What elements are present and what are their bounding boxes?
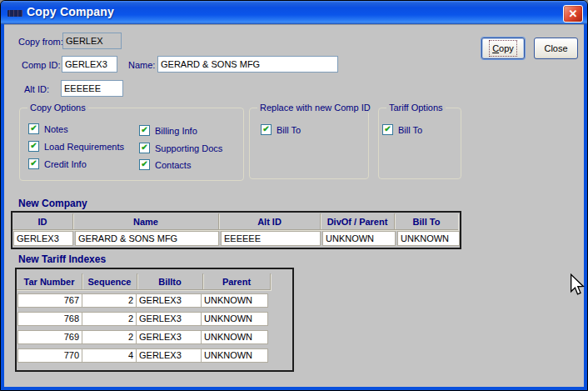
name-field[interactable] (157, 56, 338, 73)
cell-parent[interactable]: UNKNOWN (201, 293, 268, 308)
new-company-heading: New Company (18, 198, 87, 209)
cell-divof-parent[interactable]: UNKNOWN (322, 231, 396, 246)
table-row: GERLEX3 GERARD & SONS MFG EEEEEE UNKNOWN… (13, 231, 460, 246)
checkbox-supporting-docs[interactable]: ✔ Supporting Docs (139, 143, 222, 153)
alt-id-label: Alt ID: (24, 84, 49, 94)
comp-id-label: Comp ID: (22, 60, 60, 70)
cell-bill-to[interactable]: UNKNOWN (397, 231, 460, 246)
close-window-button[interactable]: ✕ (563, 5, 583, 23)
alt-id-field[interactable] (61, 80, 123, 97)
column-header-bill-to: Bill To (395, 213, 458, 230)
column-header-parent: Parent (203, 273, 271, 290)
new-company-header-row: ID Name Alt ID DivOf / Parent Bill To (12, 213, 458, 230)
cell-sequence[interactable]: 2 (82, 330, 137, 344)
column-header-sequence: Sequence (82, 273, 137, 290)
column-header-billto: Billto (137, 273, 203, 290)
copy-options-group-title: Copy Options (27, 103, 88, 113)
new-tariff-indexes-heading: New Tariff Indexes (18, 253, 106, 265)
cell-billto[interactable]: GERLEX3 (136, 293, 202, 308)
cell-sequence[interactable]: 2 (82, 293, 137, 308)
cell-tar-number[interactable]: 769 (17, 330, 82, 344)
column-header-id: ID (12, 213, 73, 230)
table-row: 767 2 GERLEX3 UNKNOWN (17, 293, 268, 308)
checkbox-label: Billing Info (155, 126, 197, 136)
checkbox-label: Notes (44, 124, 68, 134)
checkbox-tariff-bill-to[interactable]: ✔ Bill To (382, 124, 422, 135)
column-header-divof-parent: DivOf / Parent (321, 213, 395, 230)
checkbox-icon: ✔ (28, 141, 39, 152)
checkbox-icon: ✔ (28, 123, 39, 134)
copy-from-field[interactable] (62, 33, 122, 49)
close-button-label: Close (544, 43, 567, 53)
cell-sequence[interactable]: 2 (82, 312, 137, 326)
cell-tar-number[interactable]: 770 (17, 348, 82, 363)
checkbox-replace-bill-to[interactable]: ✔ Bill To (261, 124, 301, 135)
check-icon: ✔ (30, 142, 37, 150)
checkbox-label: Credit Info (44, 159, 87, 169)
checkbox-label: Load Requirements (44, 142, 124, 152)
replace-group-title: Replace with new Comp ID (257, 103, 373, 113)
checkbox-icon: ✔ (382, 124, 393, 135)
check-icon: ✔ (30, 124, 37, 133)
comp-id-field[interactable] (62, 56, 117, 73)
cell-parent[interactable]: UNKNOWN (201, 312, 268, 326)
close-icon: ✕ (569, 8, 578, 20)
check-icon: ✔ (262, 125, 269, 133)
cell-tar-number[interactable]: 767 (17, 293, 82, 308)
checkbox-label: Bill To (398, 125, 422, 135)
copy-from-label: Copy from: (18, 37, 63, 47)
checkbox-icon: ✔ (139, 125, 150, 136)
column-header-name: Name (73, 213, 219, 230)
checkbox-contacts[interactable]: ✔ Contacts (139, 159, 191, 170)
window-title: Copy Company (27, 5, 114, 18)
close-button[interactable]: Close (534, 38, 578, 59)
cell-id[interactable]: GERLEX3 (13, 231, 73, 246)
copy-button[interactable]: Copy (481, 38, 525, 59)
cell-parent[interactable]: UNKNOWN (201, 348, 268, 363)
check-icon: ✔ (384, 125, 391, 133)
check-icon: ✔ (30, 159, 37, 168)
copy-company-window: Copy Company ✕ Copy from: Comp ID: Name:… (0, 0, 588, 391)
checkbox-notes[interactable]: ✔ Notes (28, 123, 68, 134)
checkbox-icon: ✔ (139, 143, 150, 153)
cell-parent[interactable]: UNKNOWN (201, 330, 268, 344)
cell-billto[interactable]: GERLEX3 (136, 348, 202, 363)
check-icon: ✔ (141, 143, 147, 152)
cell-tar-number[interactable]: 768 (17, 312, 82, 326)
cell-name[interactable]: GERARD & SONS MFG (75, 231, 219, 246)
checkbox-label: Supporting Docs (155, 143, 222, 153)
checkbox-billing-info[interactable]: ✔ Billing Info (139, 125, 197, 136)
tariff-header-row: Tar Number Sequence Billto Parent (17, 273, 271, 290)
checkbox-credit-info[interactable]: ✔ Credit Info (28, 158, 87, 169)
copy-button-label: Copy (492, 43, 514, 53)
checkbox-label: Bill To (277, 125, 301, 135)
column-header-tar-number: Tar Number (17, 273, 82, 290)
cell-sequence[interactable]: 4 (82, 348, 137, 363)
checkbox-load-requirements[interactable]: ✔ Load Requirements (28, 141, 124, 152)
table-row: 770 4 GERLEX3 UNKNOWN (17, 348, 268, 363)
checkbox-icon: ✔ (261, 124, 272, 135)
table-row: 768 2 GERLEX3 UNKNOWN (17, 312, 268, 326)
name-label: Name: (128, 60, 155, 70)
cell-billto[interactable]: GERLEX3 (136, 330, 202, 344)
new-company-table: ID Name Alt ID DivOf / Parent Bill To GE… (11, 211, 461, 249)
tariff-options-group-title: Tariff Options (386, 103, 446, 113)
check-icon: ✔ (141, 126, 147, 134)
checkbox-icon: ✔ (28, 158, 39, 169)
title-bar[interactable]: Copy Company ✕ (1, 1, 587, 24)
check-icon: ✔ (141, 160, 147, 168)
tariff-options-group: Tariff Options (378, 108, 461, 179)
table-row: 769 2 GERLEX3 UNKNOWN (17, 330, 268, 344)
column-header-alt-id: Alt ID (219, 213, 321, 230)
checkbox-label: Contacts (155, 160, 191, 170)
replace-group: Replace with new Comp ID (249, 108, 369, 179)
app-icon (7, 8, 23, 18)
cell-billto[interactable]: GERLEX3 (136, 312, 202, 326)
cell-alt-id[interactable]: EEEEEE (221, 231, 321, 246)
new-tariff-indexes-table: Tar Number Sequence Billto Parent 767 2 … (15, 268, 294, 372)
checkbox-icon: ✔ (139, 159, 150, 170)
